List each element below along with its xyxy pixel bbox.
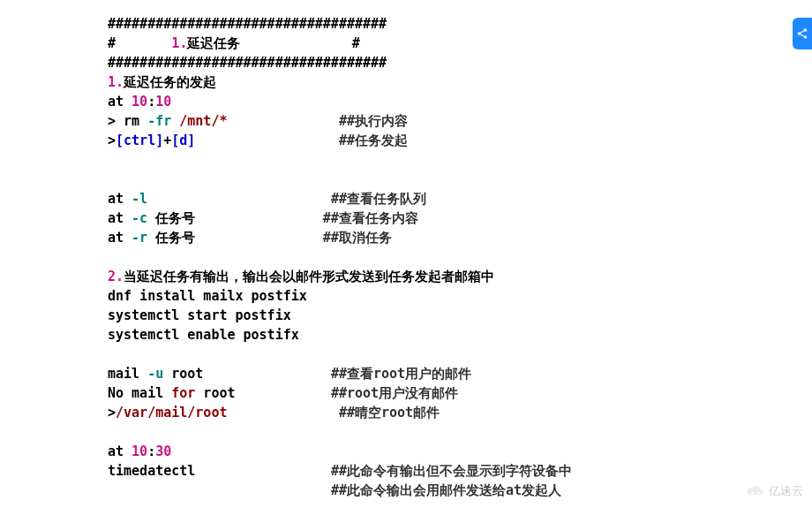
code-segment: -c (132, 210, 147, 226)
code-segment: ##查看root用户的邮件 (331, 366, 471, 382)
code-line: at 10:30 (108, 442, 812, 461)
code-segment: at (108, 191, 132, 207)
code-line: ################################### (108, 14, 812, 34)
code-segment: at (108, 230, 132, 246)
code-segment: 1. (171, 35, 187, 51)
code-line: >/var/mail/root ##晴空root邮件 (108, 403, 812, 422)
code-segment: 2. (108, 269, 124, 284)
code-segment: ##取消任务 (323, 230, 392, 246)
code-segment (171, 113, 179, 129)
code-segment: at (108, 94, 132, 110)
code-segment: : (147, 94, 155, 110)
code-segment (108, 346, 116, 362)
svg-point-0 (752, 492, 755, 495)
code-segment: : (147, 444, 155, 459)
code-segment: ##查看任务队列 (331, 191, 426, 207)
code-segment: [d] (171, 133, 195, 148)
code-segment: ##查看任务内容 (323, 210, 418, 226)
code-line: 2.当延迟任务有输出，输出会以邮件形式发送到任务发起者邮箱中 (108, 267, 812, 286)
share-button[interactable] (793, 18, 812, 49)
code-line: ##此命令输出会用邮件发送给at发起人 (108, 481, 812, 500)
watermark: 亿速云 (746, 483, 803, 499)
code-line: at -l ##查看任务队列 (108, 189, 812, 209)
code-segment: 当延迟任务有输出，输出会以邮件形式发送到任务发起者邮箱中 (124, 269, 494, 284)
code-line: dnf install mailx postfix (108, 286, 812, 306)
code-line: >[ctrl]+[d] ##任务发起 (108, 131, 812, 150)
code-line: at -r 任务号 ##取消任务 (108, 228, 812, 247)
code-segment (108, 424, 116, 440)
code-line (108, 170, 812, 189)
code-segment: ##执行内容 (339, 113, 408, 129)
code-line: No mail for root ##root用户没有邮件 (108, 383, 812, 403)
code-segment (227, 405, 338, 421)
code-segment (227, 113, 338, 129)
code-segment: at (108, 210, 132, 226)
code-segment: -u (147, 366, 163, 382)
code-line: # 1.延迟任务 # (108, 34, 812, 53)
code-segment (147, 191, 331, 207)
code-segment: ##此命令有输出但不会显示到字符设备中 (331, 463, 572, 479)
code-segment: root (163, 366, 331, 382)
code-segment: -r (132, 230, 147, 246)
code-segment: dnf install mailx postfix (108, 288, 307, 304)
code-segment: 10 (155, 94, 171, 110)
svg-point-1 (757, 492, 760, 495)
code-segment: 10 (132, 444, 147, 459)
code-segment: No mail (108, 385, 171, 401)
code-segment: -fr (147, 113, 171, 129)
code-segment: 延迟任务 # (187, 35, 359, 51)
code-segment: /var/mail/root (116, 405, 227, 421)
code-segment (108, 171, 116, 187)
code-line (108, 150, 812, 170)
code-segment: ##root用户没有邮件 (331, 385, 458, 401)
code-line: > rm -fr /mnt/* ##执行内容 (108, 111, 812, 131)
code-segment: 延迟任务的发起 (124, 74, 216, 90)
code-segment: -l (132, 191, 147, 207)
code-segment: for (171, 385, 195, 401)
code-segment: ##此命令输出会用邮件发送给at发起人 (331, 482, 561, 498)
code-segment: + (163, 133, 171, 148)
code-segment: root (195, 385, 331, 401)
code-segment: [ctrl] (116, 133, 163, 148)
code-segment (108, 482, 331, 498)
code-segment: /mnt/* (179, 113, 227, 129)
code-line: ################################### (108, 53, 812, 72)
share-icon (796, 27, 808, 40)
code-segment (108, 152, 116, 168)
code-line: systemctl start postfix (108, 306, 812, 325)
code-segment: at (108, 444, 132, 459)
code-segment: ################################### (108, 55, 387, 71)
code-segment: systemctl start postfix (108, 307, 291, 323)
code-line: systemctl enable postifx (108, 325, 812, 345)
watermark-text: 亿速云 (769, 483, 803, 499)
code-segment: ##晴空root邮件 (339, 405, 440, 421)
code-block: #################################### 1.延… (0, 0, 812, 500)
code-line: mail -u root ##查看root用户的邮件 (108, 364, 812, 383)
code-segment: ##任务发起 (339, 133, 408, 148)
code-segment: systemctl enable postifx (108, 327, 299, 343)
code-segment: > rm (108, 113, 147, 129)
code-segment: ################################### (108, 16, 387, 32)
code-line: at -c 任务号 ##查看任务内容 (108, 209, 812, 228)
code-segment: > (108, 405, 116, 421)
code-segment: > (108, 133, 116, 148)
cloud-icon (746, 485, 765, 497)
code-segment: 任务号 (147, 210, 323, 226)
code-line: at 10:10 (108, 92, 812, 111)
code-line (108, 247, 812, 267)
code-line (108, 422, 812, 442)
code-segment: 10 (132, 94, 147, 110)
code-line: 1.延迟任务的发起 (108, 72, 812, 92)
code-segment: 1. (108, 74, 124, 90)
code-segment: 30 (155, 444, 171, 459)
code-segment: timedatectl (108, 463, 331, 479)
code-segment: # (108, 35, 171, 51)
code-segment: 任务号 (147, 230, 323, 246)
code-segment (195, 133, 339, 148)
code-segment (108, 249, 116, 265)
code-segment: mail (108, 366, 147, 382)
code-line (108, 345, 812, 364)
code-line: timedatectl ##此命令有输出但不会显示到字符设备中 (108, 461, 812, 481)
